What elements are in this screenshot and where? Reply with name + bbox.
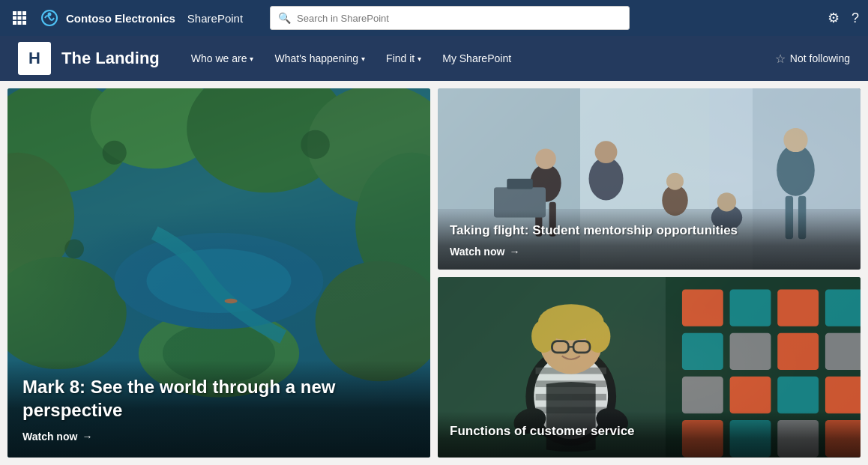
svg-point-33 [535,149,556,170]
svg-point-37 [595,141,618,163]
site-title: The Landing [61,49,160,68]
svg-rect-47 [507,179,533,189]
svg-point-26 [301,130,330,159]
search-input[interactable] [297,13,621,24]
svg-point-23 [147,249,292,313]
svg-rect-2 [22,11,26,15]
svg-point-25 [103,141,127,165]
svg-point-41 [783,128,807,152]
card-top-title: Taking flight: Student mentorship opport… [450,222,849,239]
svg-rect-51 [730,289,771,326]
svg-rect-50 [682,289,723,326]
svg-rect-8 [22,21,26,25]
svg-rect-59 [730,376,771,413]
svg-rect-56 [777,332,819,369]
hero-left-title: Mark 8: See the world through a new pers… [22,375,415,422]
hero-left-watch-button[interactable]: Watch now → [22,431,415,443]
waffle-icon[interactable] [9,11,30,25]
settings-icon[interactable]: ⚙ [828,10,840,26]
svg-rect-1 [18,11,22,15]
site-header: H The Landing Who we are ▾ What's happen… [0,36,868,81]
svg-rect-53 [825,289,861,326]
app-name-label: Contoso Electronics [66,12,175,25]
svg-rect-57 [825,332,861,369]
chevron-down-icon: ▾ [418,55,421,63]
svg-rect-54 [682,332,723,369]
svg-rect-4 [18,16,22,20]
svg-rect-3 [13,16,16,20]
svg-rect-61 [825,376,861,413]
hero-bottom-right-card[interactable]: Functions of customer service [438,277,861,458]
hero-top-right-card[interactable]: Taking flight: Student mentorship opport… [438,88,861,270]
card-bottom-overlay: Functions of customer service [438,411,861,458]
card-top-watch-button[interactable]: Watch now → [450,246,849,258]
svg-rect-6 [13,21,16,25]
star-icon: ☆ [775,52,786,66]
svg-rect-5 [22,16,26,20]
svg-rect-55 [730,332,771,369]
svg-rect-7 [18,21,22,25]
hero-right-column: Taking flight: Student mentorship opport… [438,88,861,458]
svg-rect-52 [777,289,819,326]
svg-point-10 [48,13,52,16]
hero-left-card[interactable]: Mark 8: See the world through a new pers… [7,88,430,458]
svg-point-45 [717,192,736,211]
help-icon[interactable]: ? [852,10,859,26]
hero-left-overlay: Mark 8: See the world through a new pers… [7,360,430,458]
svg-point-40 [777,145,815,196]
card-top-overlay: Taking flight: Student mentorship opport… [438,210,861,269]
nav-item-who-we-are[interactable]: Who we are ▾ [181,36,265,81]
top-bar-right: ⚙ ? [828,10,859,26]
nav-item-whats-happening[interactable]: What's happening ▾ [264,36,376,81]
svg-point-27 [64,239,84,258]
not-following-button[interactable]: ☆ Not following [775,52,850,66]
chevron-down-icon: ▾ [361,55,365,63]
svg-point-39 [666,173,684,190]
search-icon: 🔍 [278,12,291,24]
main-content: Mark 8: See the world through a new pers… [0,81,868,465]
card-bottom-title: Functions of customer service [450,423,849,440]
sharepoint-label: SharePoint [187,12,243,25]
nav-item-my-sharepoint[interactable]: My SharePoint [432,36,522,81]
chevron-down-icon: ▾ [250,55,253,63]
search-bar[interactable]: 🔍 [270,6,630,30]
svg-point-24 [225,299,238,303]
nav-item-find-it[interactable]: Find it ▾ [376,36,432,81]
site-logo: H [18,42,51,75]
top-navigation-bar: Contoso Electronics SharePoint 🔍 ⚙ ? [0,0,868,36]
svg-point-36 [589,157,624,201]
svg-rect-0 [13,11,16,15]
svg-rect-58 [682,376,723,413]
svg-rect-60 [777,376,819,413]
app-logo[interactable]: Contoso Electronics [39,7,175,28]
site-navigation: Who we are ▾ What's happening ▾ Find it … [181,36,775,81]
